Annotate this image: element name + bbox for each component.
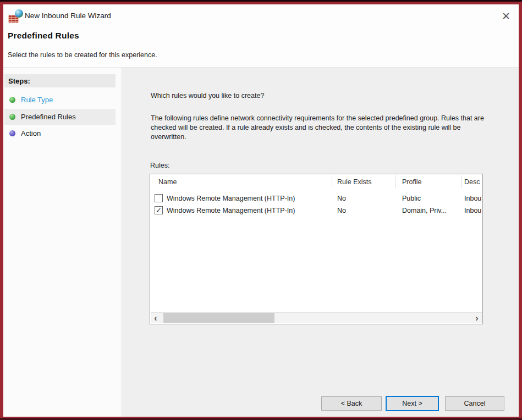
table-row[interactable]: ✓ Windows Remote Management (HTTP-In) No… [150,192,482,205]
cell-rule-exists: No [337,192,346,205]
wizard-content: Which rules would you like to create? Th… [123,68,519,417]
cell-profile: Domain, Priv... [402,205,447,217]
cell-rule-name: Windows Remote Management (HTTP-In) [167,205,295,217]
sidebar-item-action[interactable]: Action [4,125,116,141]
cell-description: Inbou [464,192,483,205]
wizard-window: New Inbound Rule Wizard ✕ Predefined Rul… [3,4,519,417]
sidebar-item-rule-type[interactable]: Rule Type [4,92,116,108]
cell-rule-name: Windows Remote Management (HTTP-In) [167,192,295,205]
column-divider [461,175,462,188]
column-divider [395,175,395,188]
scroll-left-icon[interactable]: ‹ [151,313,161,323]
horizontal-scrollbar[interactable]: ‹ › [151,312,482,323]
steps-heading: Steps: [4,74,116,87]
column-header-rule-exists[interactable]: Rule Exists [337,174,372,189]
cell-description: Inbou [464,205,483,217]
close-icon[interactable]: ✕ [499,9,513,23]
scroll-right-icon[interactable]: › [472,313,482,323]
step-done-bullet-icon [9,97,15,103]
checkmark-icon: ✓ [156,207,162,214]
page-subtitle: Select the rules to be created for this … [8,51,157,59]
table-header: Name Rule Exists Profile Desc [150,174,482,189]
rule-checkbox[interactable]: ✓ [155,194,163,202]
firewall-icon [8,9,23,23]
page-title: Predefined Rules [8,31,79,41]
cell-profile: Public [402,192,421,205]
step-upcoming-bullet-icon [9,130,15,136]
cancel-button[interactable]: Cancel [445,396,504,411]
sidebar-item-label: Predefined Rules [21,113,76,121]
column-header-profile[interactable]: Profile [402,174,421,189]
wizard-body: Steps: Rule Type Predefined Rules Action… [3,67,519,417]
rules-list-label: Rules: [150,162,169,169]
column-divider [332,175,332,188]
horizontal-scrollbar-thumb[interactable] [163,313,274,323]
column-header-description[interactable]: Desc [464,174,480,189]
cell-rule-exists: No [337,205,346,217]
column-header-name[interactable]: Name [158,174,177,189]
sidebar-item-label: Rule Type [21,96,53,104]
back-button[interactable]: < Back [321,396,382,411]
globe-icon [15,9,23,18]
table-row[interactable]: ✓ Windows Remote Management (HTTP-In) No… [150,205,482,217]
window-title: New Inbound Rule Wizard [25,12,111,20]
screenshot-frame: New Inbound Rule Wizard ✕ Predefined Rul… [0,0,522,420]
rules-table: Name Rule Exists Profile Desc ✓ Windows … [150,174,483,324]
step-done-bullet-icon [9,114,15,120]
sidebar-item-predefined-rules[interactable]: Predefined Rules [4,109,116,125]
steps-sidebar: Steps: Rule Type Predefined Rules Action [3,68,122,417]
next-button[interactable]: Next > [386,396,439,411]
question-text: Which rules would you like to create? [151,92,264,100]
rule-checkbox[interactable]: ✓ [155,206,163,214]
description-text: The following rules define network conne… [151,114,488,142]
sidebar-item-label: Action [21,129,41,137]
